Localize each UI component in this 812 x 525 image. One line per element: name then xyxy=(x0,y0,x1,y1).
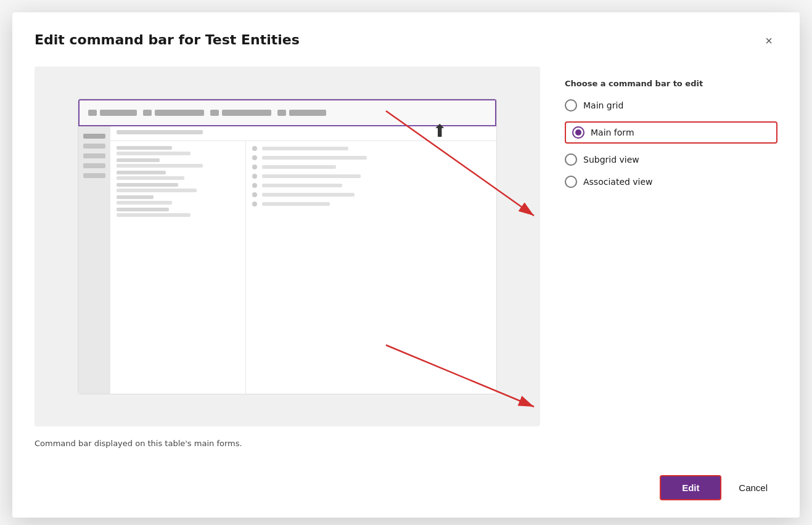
choose-section-label: Choose a command bar to edit xyxy=(565,79,777,88)
edit-command-bar-dialog: Edit command bar for Test Entities × xyxy=(12,12,800,518)
radio-option-main-grid[interactable]: Main grid xyxy=(565,99,777,112)
dialog-body: ⬆ xyxy=(35,67,777,426)
mock-cmd-icon xyxy=(210,110,219,116)
mock-list-item xyxy=(252,155,490,160)
mock-nav-area xyxy=(110,126,496,141)
dialog-title: Edit command bar for Test Entities xyxy=(35,32,300,47)
radio-associated-view-label: Associated view xyxy=(583,177,653,187)
mock-list-line xyxy=(262,184,342,187)
mock-cmd-item xyxy=(210,110,271,116)
mock-sidebar-item xyxy=(83,134,105,139)
mock-dot xyxy=(252,192,257,197)
mock-row xyxy=(117,183,239,192)
mock-list-line xyxy=(262,193,355,197)
mock-cmd-text-wide xyxy=(222,110,271,116)
mock-left-col xyxy=(110,141,246,394)
mock-value xyxy=(117,164,203,168)
mock-row xyxy=(117,195,239,205)
radio-option-associated-view[interactable]: Associated view xyxy=(565,176,777,188)
mock-sidebar-item xyxy=(83,153,105,158)
mock-label xyxy=(117,183,178,187)
dialog-footer: Edit Cancel xyxy=(35,465,777,500)
mock-list-line xyxy=(262,147,348,150)
mock-dot xyxy=(252,165,257,169)
right-panel: Choose a command bar to edit Main grid M… xyxy=(565,67,777,426)
mock-dot xyxy=(252,183,257,188)
mock-dot xyxy=(252,146,257,151)
mock-label xyxy=(117,208,169,211)
edit-button[interactable]: Edit xyxy=(660,475,721,500)
mock-dot xyxy=(252,201,257,206)
mock-cmd-item xyxy=(88,110,137,116)
mock-value xyxy=(117,152,191,155)
mock-cmd-text xyxy=(100,110,137,116)
radio-option-subgrid-view[interactable]: Subgrid view xyxy=(565,153,777,166)
mock-sidebar-item xyxy=(83,144,105,149)
radio-group: Main grid Main form Subgrid view xyxy=(565,99,777,188)
mock-value xyxy=(117,189,197,192)
mock-cmd-item xyxy=(143,110,204,116)
mock-sidebar-item xyxy=(83,163,105,168)
mock-app-body xyxy=(78,126,496,394)
mock-label xyxy=(117,195,154,199)
mock-app-preview: ⬆ xyxy=(78,99,497,394)
mock-cmd-text-wide xyxy=(155,110,204,116)
mock-sidebar-item xyxy=(83,173,105,178)
mock-list-item xyxy=(252,174,490,179)
mock-cmd-text xyxy=(289,110,326,116)
mock-cmd-icon xyxy=(143,110,152,116)
radio-associated-view-outer xyxy=(565,176,577,188)
radio-main-grid-label: Main grid xyxy=(583,100,623,110)
mock-value xyxy=(117,176,184,180)
mock-value xyxy=(117,201,172,205)
mock-main-area xyxy=(110,126,496,394)
mock-list-item xyxy=(252,146,490,151)
mock-command-bar xyxy=(78,99,496,126)
mock-label xyxy=(117,171,166,174)
preview-area: ⬆ xyxy=(35,67,540,426)
mock-cmd-icon xyxy=(88,110,97,116)
mock-list-item xyxy=(252,165,490,169)
mock-list-item xyxy=(252,183,490,188)
mock-dot xyxy=(252,174,257,179)
mock-nav-line xyxy=(117,130,203,134)
mock-list-line xyxy=(262,202,330,206)
mock-list-line xyxy=(262,174,361,178)
radio-main-form-inner xyxy=(575,129,581,136)
radio-main-grid-outer xyxy=(565,99,577,112)
mock-right-col xyxy=(246,141,496,394)
mock-dot xyxy=(252,155,257,160)
radio-subgrid-view-outer xyxy=(565,153,577,166)
radio-main-form-label: Main form xyxy=(591,128,634,137)
mock-row xyxy=(117,146,239,155)
radio-option-main-form[interactable]: Main form xyxy=(565,121,777,144)
mock-label xyxy=(117,146,172,150)
mock-list-line xyxy=(262,165,336,169)
close-button[interactable]: × xyxy=(760,32,777,49)
mock-row xyxy=(117,158,239,168)
radio-main-form-outer xyxy=(572,126,584,139)
mock-row xyxy=(117,171,239,180)
dialog-header: Edit command bar for Test Entities × xyxy=(35,32,777,49)
mock-row xyxy=(117,208,239,217)
description-text: Command bar displayed on this table's ma… xyxy=(35,439,777,448)
mock-value xyxy=(117,213,191,217)
mock-cmd-item xyxy=(277,110,326,116)
mock-list-line xyxy=(262,156,367,160)
mock-list-item xyxy=(252,201,490,206)
mock-label xyxy=(117,158,160,162)
mock-list-item xyxy=(252,192,490,197)
radio-subgrid-view-label: Subgrid view xyxy=(583,155,639,165)
mock-cmd-icon xyxy=(277,110,286,116)
mock-sidebar xyxy=(78,126,110,394)
mock-content-cols xyxy=(110,141,496,394)
cancel-button[interactable]: Cancel xyxy=(729,476,777,499)
